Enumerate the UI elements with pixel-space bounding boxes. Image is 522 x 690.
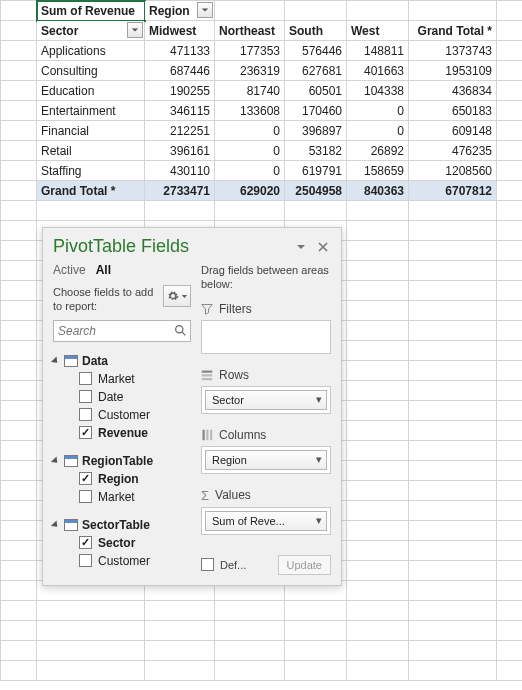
field-customer-2[interactable]: Customer xyxy=(53,552,191,570)
checkbox[interactable] xyxy=(79,408,92,421)
expand-icon xyxy=(51,520,60,529)
checkbox[interactable] xyxy=(79,472,92,485)
col-header-grand-total: Grand Total * xyxy=(409,21,497,41)
column-field-dropdown[interactable] xyxy=(197,2,213,18)
expand-icon xyxy=(51,456,60,465)
checkbox[interactable] xyxy=(79,554,92,567)
values-pill-revenue[interactable]: Sum of Reve... ▾ xyxy=(205,511,327,531)
measure-cell[interactable]: Sum of Revenue xyxy=(37,1,145,21)
filters-label: Filters xyxy=(219,302,252,316)
row-field-cell[interactable]: Sector xyxy=(37,21,145,41)
rows-pill-sector[interactable]: Sector ▾ xyxy=(205,390,327,410)
table-row: Retail 396161 0 53182 26892 476235 xyxy=(1,141,523,161)
measure-label: Sum of Revenue xyxy=(41,4,135,18)
col-header: Northeast xyxy=(215,21,285,41)
field-revenue[interactable]: Revenue xyxy=(53,424,191,442)
table-icon xyxy=(64,519,78,531)
checkbox[interactable] xyxy=(79,536,92,549)
tree-table-data[interactable]: Data xyxy=(53,352,191,370)
tools-button[interactable] xyxy=(163,285,191,307)
field-market[interactable]: Market xyxy=(53,370,191,388)
columns-drop-area[interactable]: Region ▾ xyxy=(201,446,331,474)
row-field-label: Sector xyxy=(41,24,78,38)
chevron-down-icon: ▾ xyxy=(316,393,322,406)
field-list-tabs: Active All xyxy=(53,263,191,277)
rows-label: Rows xyxy=(219,368,249,382)
svg-rect-2 xyxy=(202,370,213,372)
chevron-down-icon: ▾ xyxy=(316,453,322,466)
row-field-dropdown[interactable] xyxy=(127,22,143,38)
tree-table-sector[interactable]: SectorTable xyxy=(53,516,191,534)
svg-rect-3 xyxy=(202,374,213,376)
checkbox[interactable] xyxy=(79,372,92,385)
columns-pill-region[interactable]: Region ▾ xyxy=(205,450,327,470)
field-market-2[interactable]: Market xyxy=(53,488,191,506)
tab-active[interactable]: Active xyxy=(53,263,86,277)
grand-total-row: Grand Total * 2733471 629020 2504958 840… xyxy=(1,181,523,201)
chevron-down-icon: ▾ xyxy=(316,514,322,527)
pivottable-fields-pane[interactable]: PivotTable Fields Active All Choose fiel… xyxy=(42,227,342,586)
field-date[interactable]: Date xyxy=(53,388,191,406)
table-row: Entertainment 346115 133608 170460 0 650… xyxy=(1,101,523,121)
tab-all[interactable]: All xyxy=(96,263,111,277)
close-icon[interactable] xyxy=(315,239,331,255)
rows-drop-area[interactable]: Sector ▾ xyxy=(201,386,331,414)
filter-icon xyxy=(201,303,213,315)
checkbox[interactable] xyxy=(79,490,92,503)
table-row: Education 190255 81740 60501 104338 4368… xyxy=(1,81,523,101)
field-tree[interactable]: Data Market Date Customer Revenue Region… xyxy=(53,352,191,570)
col-header: South xyxy=(285,21,347,41)
table-row: Applications 471133 177353 576446 148811… xyxy=(1,41,523,61)
table-row: Consulting 687446 236319 627681 401663 1… xyxy=(1,61,523,81)
search-icon[interactable] xyxy=(172,323,188,339)
chevron-down-icon xyxy=(181,293,188,300)
svg-point-0 xyxy=(175,326,182,333)
sigma-icon: Σ xyxy=(201,488,209,503)
table-row: Staffing 430110 0 619791 158659 1208560 xyxy=(1,161,523,181)
svg-line-1 xyxy=(182,332,185,335)
columns-label: Columns xyxy=(219,428,266,442)
checkbox[interactable] xyxy=(79,426,92,439)
columns-icon xyxy=(201,429,213,441)
field-region[interactable]: Region xyxy=(53,470,191,488)
pane-title: PivotTable Fields xyxy=(53,236,287,257)
svg-rect-6 xyxy=(206,429,208,440)
col-header: Midwest xyxy=(145,21,215,41)
table-icon xyxy=(64,355,78,367)
field-customer[interactable]: Customer xyxy=(53,406,191,424)
values-drop-area[interactable]: Sum of Reve... ▾ xyxy=(201,507,331,535)
col-header: West xyxy=(347,21,409,41)
column-field-label: Region xyxy=(149,4,190,18)
expand-icon xyxy=(51,356,60,365)
rows-icon xyxy=(201,369,213,381)
filters-drop-area[interactable] xyxy=(201,320,331,354)
drag-hint: Drag fields between areas below: xyxy=(201,263,331,292)
choose-fields-label: Choose fields to add to report: xyxy=(53,285,159,314)
svg-rect-7 xyxy=(210,429,212,440)
svg-rect-5 xyxy=(203,429,205,440)
table-row: Financial 212251 0 396897 0 609148 xyxy=(1,121,523,141)
svg-rect-4 xyxy=(202,378,213,380)
tree-table-region[interactable]: RegionTable xyxy=(53,452,191,470)
checkbox[interactable] xyxy=(79,390,92,403)
values-label: Values xyxy=(215,488,251,502)
defer-label: Def... xyxy=(220,559,272,571)
column-field-cell[interactable]: Region xyxy=(145,1,215,21)
defer-checkbox[interactable] xyxy=(201,558,214,571)
field-sector[interactable]: Sector xyxy=(53,534,191,552)
search-input[interactable] xyxy=(53,320,191,342)
update-button[interactable]: Update xyxy=(278,555,331,575)
gear-icon xyxy=(167,290,179,302)
table-icon xyxy=(64,455,78,467)
pane-tools-dropdown[interactable] xyxy=(293,239,309,255)
